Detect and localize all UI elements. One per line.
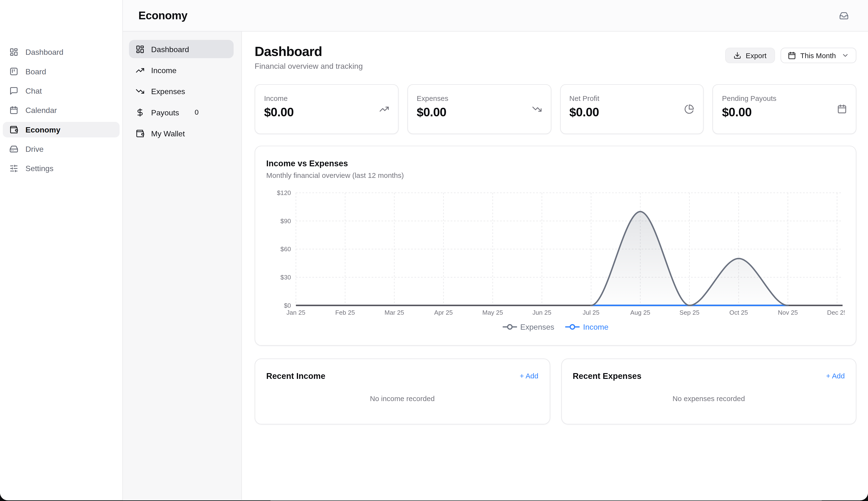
sidebar-item-label: Dashboard [25,47,63,56]
payouts-count-badge: 0 [195,108,199,116]
stat-card-net-profit: Net Profit$0.00 [560,84,704,134]
chart-legend: ExpensesIncome [266,323,845,332]
subnav-item-label: Income [151,66,176,75]
page-title: Dashboard [255,44,363,58]
recent-income-card: Recent Income + Add No income recorded [255,359,550,425]
svg-text:Oct 25: Oct 25 [729,309,748,316]
period-dropdown[interactable]: This Month [780,47,856,63]
stat-label: Income [264,94,389,103]
subnav-item-label: Expenses [151,87,185,96]
svg-text:Sep 25: Sep 25 [680,309,700,316]
sidebar-item-label: Drive [25,145,44,153]
inbox-icon[interactable] [839,11,849,20]
content-row: DashboardIncomeExpensesPayouts0My Wallet… [123,32,868,500]
pie-chart-icon [684,104,694,114]
secondary-sidebar: DashboardIncomeExpensesPayouts0My Wallet [123,32,242,500]
subnav-item-dashboard[interactable]: Dashboard [129,40,234,58]
wallet-icon [136,129,145,138]
subnav-item-label: Payouts [151,108,179,117]
stat-label: Pending Payouts [722,94,847,103]
sidebar-item-label: Settings [25,164,54,173]
calendar-icon [9,106,18,115]
chart-subtitle: Monthly financial overview (last 12 mont… [266,171,845,180]
subnav-item-label: My Wallet [151,129,185,138]
page-header: Dashboard Financial overview and trackin… [255,44,856,71]
app-window: DashboardBoardChatCalendarEconomyDriveSe… [0,0,868,500]
add-income-button[interactable]: + Add [520,372,538,380]
sidebar-item-settings[interactable]: Settings [3,161,119,176]
legend-label: Income [583,323,608,332]
main-column: Economy DashboardIncomeExpensesPayouts0M… [123,0,868,500]
income-vs-expenses-chart: $0$30$60$90$120Jan 25Feb 25Mar 25Apr 25M… [266,189,845,320]
stat-card-expenses: Expenses$0.00 [407,84,551,134]
sidebar-item-chat[interactable]: Chat [3,83,119,98]
download-icon [734,52,741,60]
chevron-down-icon [842,52,849,60]
sidebar-item-label: Board [25,67,46,76]
recent-cards-row: Recent Income + Add No income recorded R… [255,359,856,425]
export-button[interactable]: Export [725,47,775,63]
sidebar-item-label: Economy [25,125,61,134]
svg-text:Aug 25: Aug 25 [630,309,650,316]
sidebar-item-dashboard[interactable]: Dashboard [3,44,119,60]
subnav-item-payouts[interactable]: Payouts0 [129,103,234,121]
subnav-item-my-wallet[interactable]: My Wallet [129,124,234,142]
legend-label: Expenses [520,323,554,332]
subnav-item-income[interactable]: Income [129,61,234,79]
period-dropdown-label: This Month [800,51,836,60]
chart-canvas: $0$30$60$90$120Jan 25Feb 25Mar 25Apr 25M… [266,189,845,320]
stat-cards-row: Income$0.00Expenses$0.00Net Profit$0.00P… [255,84,856,134]
svg-text:Apr 25: Apr 25 [434,309,453,316]
svg-text:$0: $0 [284,302,291,309]
svg-text:$120: $120 [277,189,291,196]
stat-value: $0.00 [417,105,541,120]
stat-value: $0.00 [264,105,389,120]
recent-expenses-header: Recent Expenses + Add [573,371,845,381]
svg-text:$30: $30 [281,274,291,281]
legend-item-income: Income [565,323,608,332]
svg-text:Jun 25: Jun 25 [532,309,551,316]
stat-label: Net Profit [569,94,694,103]
sliders-icon [9,164,18,173]
recent-income-empty-state: No income recorded [266,381,538,424]
primary-sidebar: DashboardBoardChatCalendarEconomyDriveSe… [0,0,123,500]
stage: DashboardBoardChatCalendarEconomyDriveSe… [0,0,868,501]
sidebar-item-label: Calendar [25,106,57,115]
calendar-icon [788,51,796,60]
svg-text:May 25: May 25 [482,309,503,316]
sidebar-item-board[interactable]: Board [3,64,119,79]
topbar: Economy [123,0,868,32]
income-vs-expenses-card: Income vs Expenses Monthly financial ove… [255,146,856,346]
layout-dashboard-icon [136,45,145,54]
add-expense-button[interactable]: + Add [826,372,845,380]
svg-text:Jan 25: Jan 25 [286,309,306,316]
recent-expenses-card: Recent Expenses + Add No expenses record… [561,359,856,425]
export-button-label: Export [746,51,767,60]
subnav-item-label: Dashboard [151,45,189,54]
sidebar-item-calendar[interactable]: Calendar [3,103,119,118]
subnav-item-expenses[interactable]: Expenses [129,82,234,100]
trending-down-icon [136,87,145,96]
message-square-icon [9,86,18,95]
recent-income-title: Recent Income [266,371,325,381]
svg-text:Nov 25: Nov 25 [778,309,798,316]
stat-card-income: Income$0.00 [255,84,398,134]
recent-expenses-empty-state: No expenses recorded [573,381,845,424]
calendar-icon [837,104,847,114]
kanban-board-icon [9,67,18,76]
sidebar-item-label: Chat [25,86,42,95]
legend-item-expenses: Expenses [503,323,554,332]
page-actions: Export This Month [725,47,856,63]
layout-dashboard-icon [9,47,18,56]
stat-label: Expenses [417,94,541,103]
trending-up-icon [136,66,145,75]
sidebar-item-economy[interactable]: Economy [3,122,119,137]
wallet-icon [9,125,18,134]
chart-title: Income vs Expenses [266,159,845,168]
svg-text:Mar 25: Mar 25 [385,309,404,316]
trending-up-icon [379,104,389,114]
page-subtitle: Financial overview and tracking [255,62,363,71]
svg-text:$60: $60 [281,246,291,253]
sidebar-item-drive[interactable]: Drive [3,141,119,157]
recent-expenses-title: Recent Expenses [573,371,641,381]
